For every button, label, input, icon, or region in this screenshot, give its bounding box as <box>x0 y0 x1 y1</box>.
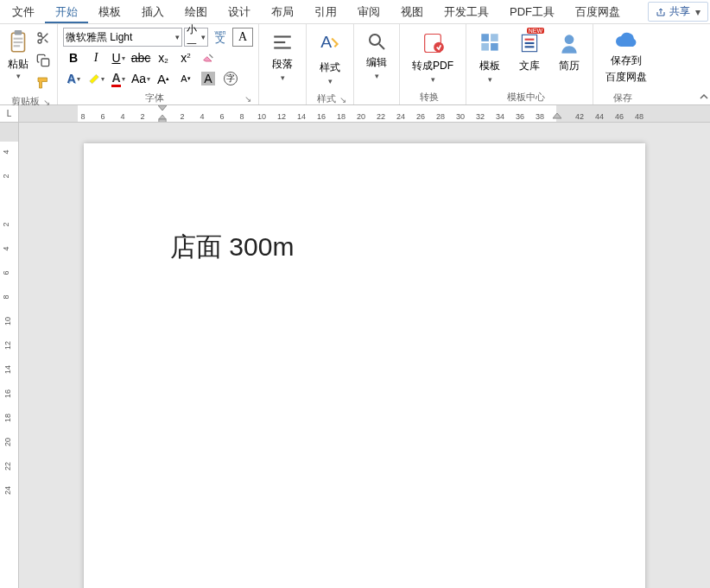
chevron-down-icon: ▾ <box>431 75 435 84</box>
subscript-button[interactable]: x2 <box>153 48 174 67</box>
styles-button[interactable]: A 样式 ▾ <box>312 28 348 89</box>
page[interactable]: 店面 300m <box>84 143 645 588</box>
svg-point-24 <box>565 35 574 44</box>
library-button[interactable]: NEW 文库 <box>511 28 548 77</box>
convert-pdf-button[interactable]: 转成PDF ▾ <box>405 28 460 87</box>
group-clipboard: 粘贴 ▾ 剪贴板 ↘ <box>0 24 58 104</box>
menu-view[interactable]: 视图 <box>390 1 434 23</box>
resume-button[interactable]: 简历 <box>551 28 587 77</box>
text-effects-button[interactable]: A▾ <box>63 69 84 88</box>
clear-formatting-button[interactable] <box>198 48 219 67</box>
vertical-ruler[interactable]: 4 2 2 4 6 8 10 12 14 16 18 20 22 24 <box>0 123 19 588</box>
group-label-convert: 转换 <box>403 89 462 105</box>
first-line-indent-marker[interactable] <box>158 105 167 114</box>
italic-button[interactable]: I <box>86 48 106 67</box>
clipboard-icon <box>7 29 29 55</box>
underline-button[interactable]: U▾ <box>108 48 129 67</box>
template-icon <box>479 31 501 55</box>
menu-baidu[interactable]: 百度网盘 <box>565 1 631 23</box>
chevron-down-icon: ▾ <box>375 72 379 80</box>
tab-selector[interactable]: L <box>0 105 19 123</box>
chevron-down-icon: ▾ <box>77 75 80 83</box>
scissors-icon <box>36 31 50 45</box>
paragraph-button[interactable]: 段落 ▾ <box>264 28 301 85</box>
edit-button[interactable]: 编辑 ▾ <box>359 28 394 84</box>
person-icon <box>558 31 580 55</box>
menu-template[interactable]: 模板 <box>88 1 131 23</box>
group-styles: A 样式 ▾ 样式 ↘ <box>307 24 354 104</box>
menu-draw[interactable]: 绘图 <box>174 1 218 23</box>
copy-button[interactable] <box>35 52 52 69</box>
menu-layout[interactable]: 布局 <box>261 1 304 23</box>
highlighter-icon <box>88 73 100 85</box>
chevron-down-icon: ▾ <box>198 33 206 41</box>
char-shading-button[interactable]: A <box>198 69 219 88</box>
svg-rect-7 <box>41 59 49 66</box>
chevron-up-icon <box>700 92 708 101</box>
group-label-save: 保存 <box>597 90 656 106</box>
menu-devtools[interactable]: 开发工具 <box>434 1 499 23</box>
change-case-button[interactable]: Aa▾ <box>130 69 151 88</box>
chevron-down-icon: ▾ <box>488 75 492 84</box>
share-icon <box>656 7 666 17</box>
cut-button[interactable] <box>35 29 52 47</box>
enclose-char-button[interactable]: 字 <box>220 69 241 88</box>
menu-references[interactable]: 引用 <box>304 1 347 23</box>
grow-font-button[interactable]: A▴ <box>153 69 174 88</box>
font-name-combo[interactable]: 微软雅黑 Light ▾ <box>63 28 182 47</box>
menu-design[interactable]: 设计 <box>218 1 261 23</box>
right-indent-marker[interactable] <box>553 113 561 122</box>
font-size-combo[interactable]: 小一 ▾ <box>184 28 208 47</box>
menu-file[interactable]: 文件 <box>2 1 45 23</box>
collapse-ribbon-button[interactable] <box>700 92 708 103</box>
search-icon <box>366 31 387 52</box>
svg-text:A: A <box>320 33 332 51</box>
paste-button[interactable]: 粘贴 ▾ <box>5 28 31 82</box>
group-font: 微软雅黑 Light ▾ 小一 ▾ wen 文 A B I <box>58 24 259 104</box>
eraser-icon <box>201 51 215 65</box>
workspace: 4 2 2 4 6 8 10 12 14 16 18 20 22 24 店面 3… <box>0 123 710 588</box>
menu-home[interactable]: 开始 <box>45 1 88 23</box>
svg-rect-1 <box>15 30 22 35</box>
ribbon: 粘贴 ▾ 剪贴板 ↘ 微软雅黑 Light ▾ <box>0 24 710 105</box>
horizontal-ruler[interactable]: 8 6 4 2 2 4 6 8 10 12 14 16 18 20 22 24 … <box>19 105 710 123</box>
dialog-launcher-icon[interactable]: ↘ <box>243 94 253 104</box>
svg-rect-2 <box>14 38 23 40</box>
group-label-font: 字体 ↘ <box>61 90 255 106</box>
chevron-down-icon: ▾ <box>122 75 125 83</box>
format-painter-button[interactable] <box>35 74 52 92</box>
svg-rect-17 <box>491 34 498 41</box>
group-edit: 编辑 ▾ <box>354 24 400 104</box>
bold-button[interactable]: B <box>63 48 84 67</box>
phonetic-guide-button[interactable]: wen 文 <box>210 28 231 47</box>
chevron-down-icon: ▾ <box>16 72 21 80</box>
copy-icon <box>36 54 50 67</box>
highlight-button[interactable]: ▾ <box>86 69 106 88</box>
font-color-button[interactable]: A▾ <box>108 69 129 88</box>
new-badge: NEW <box>527 28 544 34</box>
shrink-font-button[interactable]: A▾ <box>175 69 196 88</box>
template-button[interactable]: 模板 ▾ <box>472 28 508 87</box>
chevron-down-icon: ▾ <box>172 33 180 41</box>
align-left-icon <box>271 31 294 54</box>
chevron-down-icon: ▾ <box>281 73 285 82</box>
document-text[interactable]: 店面 300m <box>170 230 294 265</box>
dialog-launcher-icon[interactable]: ↘ <box>338 95 348 105</box>
chevron-down-icon: ▾ <box>101 75 105 83</box>
share-button[interactable]: 共享 ▾ <box>648 2 708 22</box>
menu-review[interactable]: 审阅 <box>347 1 390 23</box>
save-cloud-button[interactable]: 保存到 百度网盘 <box>599 28 654 88</box>
svg-rect-16 <box>481 34 489 41</box>
strikethrough-button[interactable]: abc <box>130 48 151 67</box>
char-border-button[interactable]: A <box>232 28 253 47</box>
superscript-button[interactable]: x2 <box>175 48 196 67</box>
menu-pdftools[interactable]: PDF工具 <box>499 1 565 23</box>
hanging-indent-marker[interactable] <box>158 115 167 123</box>
svg-rect-19 <box>491 43 498 51</box>
menu-insert[interactable]: 插入 <box>131 1 174 23</box>
svg-point-6 <box>38 40 41 43</box>
document-canvas[interactable]: 店面 300m <box>19 123 710 588</box>
chevron-down-icon: ▾ <box>147 75 150 83</box>
group-convert: 转成PDF ▾ 转换 <box>400 24 466 104</box>
brush-icon <box>35 75 51 91</box>
